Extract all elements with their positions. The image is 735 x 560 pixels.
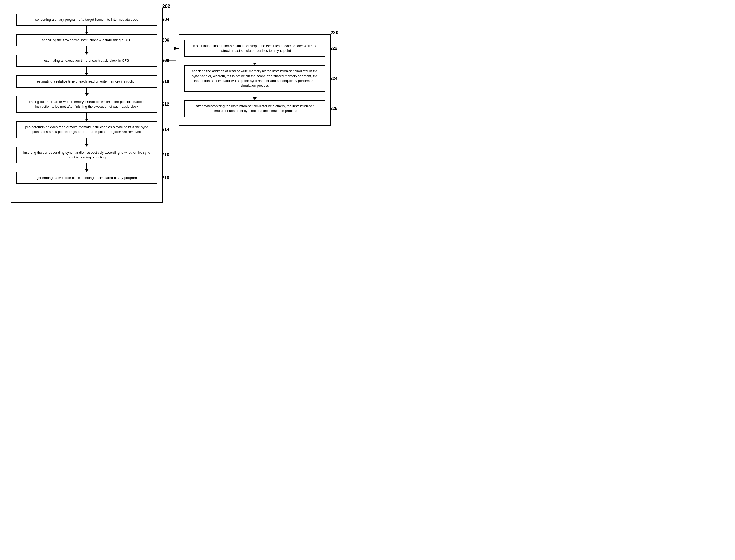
box-218-text: generating native code corresponding to … <box>37 176 137 180</box>
box-226-label: 226 <box>330 106 337 111</box>
box-216-label: 216 <box>162 152 169 158</box>
box-224-text: checking the address of read or write me… <box>192 69 318 88</box>
box-210-text: estimating a relative time of each read … <box>37 79 136 83</box>
arrow-5 <box>16 113 157 121</box>
box-210-label: 210 <box>162 78 169 84</box>
arrow-2 <box>16 46 157 55</box>
box-224-label: 224 <box>330 76 337 81</box>
box-216-text: inserting the corresponding sync handler… <box>23 151 150 159</box>
box-218-label: 218 <box>162 175 169 181</box>
box-226: after synchronizing the instruction-set … <box>184 100 325 117</box>
box-212: finding out the read or write memory ins… <box>16 96 157 113</box>
right-flowchart: 220 In simulation, instruction-set simul… <box>179 34 331 126</box>
box-218: generating native code corresponding to … <box>16 172 157 184</box>
arrow-1 <box>16 26 157 34</box>
box-208-label: 208 <box>162 58 169 64</box>
box-204-label: 204 <box>162 17 169 23</box>
diagram-container: 202 converting a binary program of a tar… <box>11 8 357 203</box>
box-208-text: estimating an execution time of each bas… <box>44 59 129 63</box>
arrow-r1 <box>184 57 325 65</box>
left-outer-label: 202 <box>162 4 170 9</box>
box-206-text: analyzing the flow control instructions … <box>42 38 132 42</box>
box-212-text: finding out the read or write memory ins… <box>29 100 144 109</box>
box-204-text: converting a binary program of a target … <box>35 18 138 22</box>
arrow-3 <box>16 67 157 75</box>
box-222: In simulation, instruction-set simulator… <box>184 40 325 57</box>
box-224: checking the address of read or write me… <box>184 65 325 92</box>
arrow-7 <box>16 163 157 172</box>
box-214: pre-determining each read or write memor… <box>16 121 157 138</box>
box-212-label: 212 <box>162 101 169 107</box>
box-222-label: 222 <box>330 45 337 51</box>
box-208: estimating an execution time of each bas… <box>16 55 157 67</box>
box-222-text: In simulation, instruction-set simulator… <box>192 44 317 53</box>
box-206-label: 206 <box>162 37 169 43</box>
left-flowchart: 202 converting a binary program of a tar… <box>11 8 163 203</box>
box-210: estimating a relative time of each read … <box>16 75 157 88</box>
arrow-4 <box>16 88 157 96</box>
box-216: inserting the corresponding sync handler… <box>16 147 157 163</box>
box-206: analyzing the flow control instructions … <box>16 34 157 46</box>
box-214-label: 214 <box>162 127 169 132</box>
box-226-text: after synchronizing the instruction-set … <box>196 104 314 113</box>
box-214-text: pre-determining each read or write memor… <box>25 125 148 134</box>
box-204: converting a binary program of a target … <box>16 14 157 26</box>
arrow-6 <box>16 138 157 147</box>
right-outer-label: 220 <box>331 30 338 35</box>
arrow-r2 <box>184 92 325 100</box>
